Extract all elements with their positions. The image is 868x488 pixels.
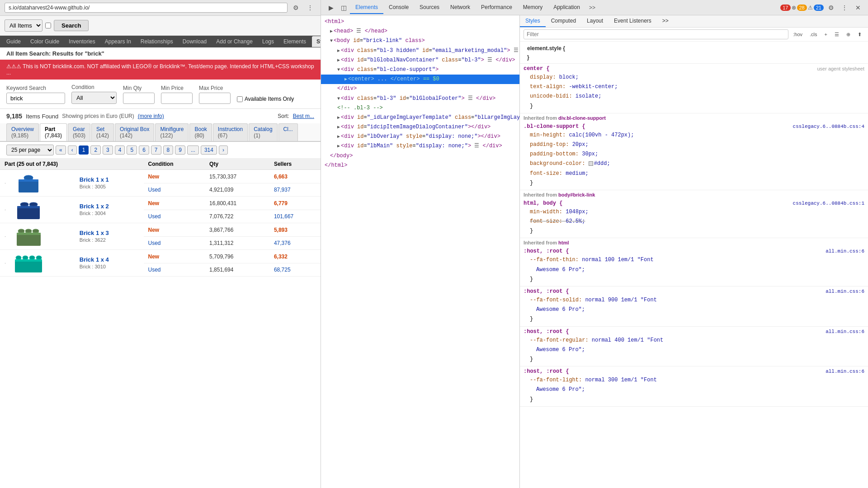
qty-used-1x1: 4,921,039	[205, 183, 269, 197]
page-5-btn[interactable]: 5	[127, 145, 137, 155]
styles-pin-btn[interactable]: ⊕	[844, 31, 853, 38]
devtools-tab-console[interactable]: Console	[383, 1, 414, 14]
styles-tab-computed[interactable]: Computed	[546, 15, 581, 27]
nav-tab-addorchange[interactable]: Add or Change	[212, 36, 257, 47]
max-price-input[interactable]	[199, 93, 231, 104]
page-6-btn[interactable]: 6	[139, 145, 149, 155]
min-price-input[interactable]	[161, 93, 193, 104]
menu-icon[interactable]: ⋮	[304, 3, 316, 12]
min-qty-input[interactable]	[123, 93, 155, 104]
page-9-btn[interactable]: 9	[175, 145, 185, 155]
dom-line-head-open[interactable]: ▶<head> ☰ </head>	[321, 27, 519, 36]
nav-tab-stores[interactable]: Stores	[312, 36, 321, 47]
per-page-select[interactable]: 25 per page 10 per page 50 per page 100 …	[6, 145, 54, 155]
nav-tab-inventories[interactable]: Inventories	[64, 36, 100, 47]
dom-line-center-selected[interactable]: ▶<center> ... </center> == $0	[321, 75, 519, 84]
available-checkbox[interactable]	[237, 96, 243, 102]
devtools-tab-network[interactable]: Network	[445, 1, 476, 14]
cat-tab-more[interactable]: Cl...	[278, 123, 298, 141]
search-button[interactable]: Search	[54, 20, 89, 31]
nav-tab-logs[interactable]: Logs	[258, 36, 278, 47]
dom-line-clone-support[interactable]: ▼<div class="bl-clone-support">	[321, 65, 519, 75]
styles-filter-input[interactable]	[524, 29, 788, 39]
dom-line-body[interactable]: ▼<body id="brick-link" class>	[321, 36, 519, 46]
styles-export-btn[interactable]: ⬆	[855, 31, 864, 38]
devtools-device-icon[interactable]: ◫	[337, 1, 350, 14]
page-2-btn[interactable]: 2	[90, 145, 101, 155]
cat-tab-gear[interactable]: Gear(503)	[68, 123, 90, 141]
cat-tab-instruction[interactable]: Instruction(67)	[213, 123, 248, 141]
item-name-1x4[interactable]: Brick 1 x 4	[80, 256, 109, 263]
devtools-more-tabs[interactable]: >>	[585, 2, 599, 14]
styles-cls-btn[interactable]: .cls	[807, 31, 820, 38]
nav-tab-colorguide[interactable]: Color Guide	[26, 36, 64, 47]
cat-tab-overview[interactable]: Overview(9,185)	[6, 123, 39, 141]
page-7-btn[interactable]: 7	[151, 145, 161, 155]
page-prev-btn[interactable]: ‹	[68, 145, 77, 155]
host-root-thin-selector: :host, :root {	[524, 248, 569, 254]
dom-line-globalfooter[interactable]: ▼<div class="bl-3" id="blGlobalFooter"> …	[321, 94, 519, 103]
page-4-btn[interactable]: 4	[115, 145, 125, 155]
styles-hov-btn[interactable]: :hov	[790, 31, 805, 38]
dot-indicator: ·	[0, 250, 10, 277]
dom-line-imagedialog[interactable]: ▶<div id="idcipItemImageDialogContainer"…	[321, 122, 519, 132]
page-1-btn[interactable]: 1	[79, 145, 89, 155]
dom-line-lboverlay[interactable]: ▶<div id="lbOverlay" style="display: non…	[321, 132, 519, 141]
page-8-btn[interactable]: 8	[163, 145, 174, 155]
cat-tab-book[interactable]: Book(80)	[189, 123, 212, 141]
category-select[interactable]: All Items	[5, 19, 42, 32]
cat-tab-originalbox[interactable]: Original Box(142)	[115, 123, 154, 141]
devtools-tab-memory[interactable]: Memory	[518, 1, 548, 14]
styles-tab-styles[interactable]: Styles	[520, 15, 546, 27]
styles-more-btn[interactable]: ☰	[832, 31, 842, 38]
bgcolor-swatch[interactable]	[589, 161, 593, 166]
devtools-close-icon[interactable]: ✕	[852, 1, 864, 14]
dom-line-globalnav[interactable]: ▶<div id="blGlobalNavContainer" class="b…	[321, 56, 519, 65]
item-name-1x2[interactable]: Brick 1 x 2	[80, 203, 109, 210]
nav-tab-relationships[interactable]: Relationships	[136, 36, 178, 47]
search-checkbox[interactable]	[45, 23, 51, 28]
cat-tab-catalog[interactable]: Catalog(1)	[249, 123, 277, 141]
devtools-tab-application[interactable]: Application	[548, 1, 585, 14]
styles-tab-layout[interactable]: Layout	[581, 15, 609, 27]
cat-tab-set[interactable]: Set(142)	[91, 123, 114, 141]
dom-line-clone-close[interactable]: </div>	[321, 84, 519, 94]
page-next-btn[interactable]: ›	[219, 145, 228, 155]
sort-link[interactable]: Best m...	[293, 113, 314, 119]
svg-point-25	[29, 256, 35, 259]
devtools-tab-elements[interactable]: Elements	[350, 1, 383, 14]
page-314-btn[interactable]: 314	[201, 145, 217, 155]
devtools-tab-performance[interactable]: Performance	[476, 1, 518, 14]
dom-line-body-close[interactable]: </body>	[321, 151, 519, 161]
nav-tab-guide[interactable]: Guide	[2, 36, 25, 47]
styles-new-rule-btn[interactable]: +	[822, 31, 830, 38]
devtools-select-element-icon[interactable]: ▶	[325, 1, 337, 14]
item-name-1x3[interactable]: Brick 1 x 3	[80, 230, 109, 236]
styles-tab-more[interactable]: >>	[657, 15, 674, 27]
devtools-tab-sources[interactable]: Sources	[414, 1, 445, 14]
host-root-light-section: :host, :root { all.min.css:6 --fa-font-l…	[520, 366, 868, 407]
page-3-btn[interactable]: 3	[103, 145, 113, 155]
nav-tab-appearsin[interactable]: Appears In	[100, 36, 136, 47]
cat-tab-minifigure[interactable]: Minifigure(122)	[155, 123, 189, 141]
devtools-menu-icon[interactable]: ⋮	[838, 1, 851, 14]
more-info-link[interactable]: (more info)	[138, 113, 164, 119]
condition-field: Condition All New Used	[71, 84, 117, 104]
dom-line-largeimg[interactable]: ▶<div id="_idLargeImgLayerTemplate" clas…	[321, 113, 519, 122]
dom-line-email-modal[interactable]: ▶<div class="bl-3 hidden" id="email_mark…	[321, 46, 519, 56]
devtools-settings-icon[interactable]: ⚙	[825, 1, 837, 14]
nav-tab-credits[interactable]: Elements	[279, 36, 311, 47]
dom-line-lbmain[interactable]: ▶<div id="lbMain" style="display: none;"…	[321, 141, 519, 151]
styles-tab-eventlisteners[interactable]: Event Listeners	[609, 15, 657, 27]
keyword-input[interactable]	[6, 93, 65, 104]
dom-line-html[interactable]: <html>	[321, 17, 519, 27]
results-count: 9,185	[6, 113, 22, 120]
page-first-btn[interactable]: «	[56, 145, 66, 155]
dom-line-html-close[interactable]: </html>	[321, 161, 519, 170]
nav-tab-download[interactable]: Download	[178, 36, 211, 47]
col-sellers: Sellers	[269, 159, 321, 170]
condition-select[interactable]: All New Used	[71, 92, 117, 104]
cat-tab-part[interactable]: Part(7,843)	[40, 123, 67, 142]
devtools-toggle-icon[interactable]: ⚙	[290, 3, 302, 12]
item-name-1x1[interactable]: Brick 1 x 1	[80, 176, 109, 183]
